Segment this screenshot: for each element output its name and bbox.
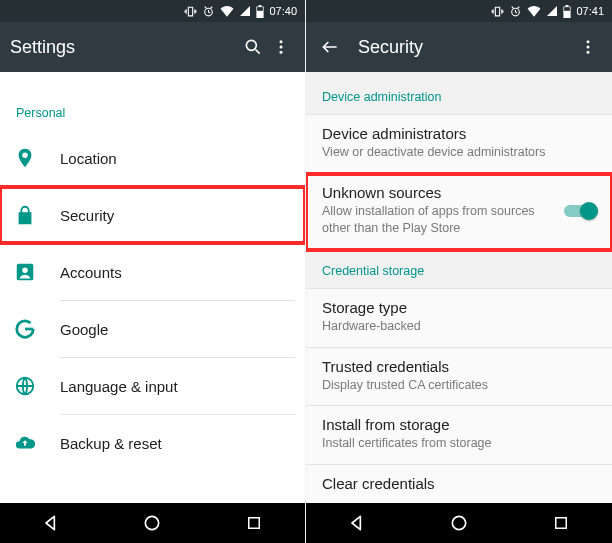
settings-item-language[interactable]: Language & input: [0, 358, 305, 414]
appbar-title: Security: [358, 37, 574, 58]
svg-point-2: [246, 40, 256, 50]
settings-item-label: Location: [60, 150, 291, 167]
appbar-security: Security: [306, 22, 612, 72]
svg-rect-10: [249, 518, 260, 529]
settings-item-accounts[interactable]: Accounts: [0, 244, 305, 300]
svg-point-7: [22, 267, 28, 273]
item-title: Storage type: [322, 299, 596, 316]
battery-icon: [563, 5, 571, 18]
location-icon: [14, 147, 60, 169]
alarm-icon: [202, 5, 215, 18]
item-title: Unknown sources: [322, 184, 552, 201]
security-item-clear-credentials[interactable]: Clear credentials: [306, 465, 612, 503]
search-icon[interactable]: [239, 37, 267, 57]
item-subtitle: Display trusted CA certificates: [322, 377, 596, 394]
settings-item-label: Accounts: [60, 264, 291, 281]
toggle-thumb: [580, 202, 598, 220]
battery-icon: [256, 5, 264, 18]
svg-point-15: [587, 51, 590, 54]
security-item-storage-type[interactable]: Storage type Hardware-backed: [306, 288, 612, 348]
alarm-icon: [509, 5, 522, 18]
phone-security: 07:41 Security Device administration Dev…: [306, 0, 612, 543]
security-item-unknown-sources[interactable]: Unknown sources Allow installation of ap…: [306, 174, 612, 250]
appbar-title: Settings: [10, 37, 239, 58]
settings-item-security[interactable]: Security: [0, 187, 305, 243]
nav-home-icon[interactable]: [434, 503, 484, 543]
wifi-icon: [527, 5, 541, 17]
settings-item-location[interactable]: Location: [0, 130, 305, 186]
vibrate-icon: [491, 5, 504, 18]
nav-back-icon[interactable]: [332, 503, 382, 543]
nav-bar: [306, 503, 612, 543]
settings-item-label: Google: [60, 321, 291, 338]
nav-back-icon[interactable]: [26, 503, 76, 543]
status-bar: 07:40: [0, 0, 305, 22]
google-icon: [14, 318, 60, 340]
svg-point-3: [280, 40, 283, 43]
svg-point-13: [587, 40, 590, 43]
section-personal: Personal: [0, 72, 305, 130]
svg-point-5: [280, 51, 283, 54]
svg-rect-12: [565, 7, 571, 11]
status-time: 07:41: [576, 5, 604, 17]
backup-icon: [14, 432, 60, 454]
item-subtitle: Install certificates from storage: [322, 435, 596, 452]
signal-icon: [546, 5, 558, 17]
settings-item-google[interactable]: Google: [0, 301, 305, 357]
svg-point-16: [452, 516, 465, 529]
status-time: 07:40: [269, 5, 297, 17]
svg-rect-1: [258, 7, 264, 11]
item-title: Trusted credentials: [322, 358, 596, 375]
svg-point-4: [280, 46, 283, 49]
nav-bar: [0, 503, 305, 543]
status-bar: 07:41: [306, 0, 612, 22]
svg-point-9: [146, 516, 159, 529]
overflow-icon[interactable]: [267, 38, 295, 56]
signal-icon: [239, 5, 251, 17]
item-subtitle: Hardware-backed: [322, 318, 596, 335]
wifi-icon: [220, 5, 234, 17]
account-icon: [14, 261, 60, 283]
item-title: Device administrators: [322, 125, 596, 142]
settings-item-label: Backup & reset: [60, 435, 291, 452]
settings-list: Personal Location Security Accounts Goog…: [0, 72, 305, 503]
item-subtitle: View or deactivate device administrators: [322, 144, 596, 161]
settings-item-backup[interactable]: Backup & reset: [0, 415, 305, 471]
svg-point-14: [587, 46, 590, 49]
security-list: Device administration Device administrat…: [306, 72, 612, 503]
item-title: Clear credentials: [322, 475, 596, 492]
nav-recent-icon[interactable]: [229, 503, 279, 543]
item-subtitle: Allow installation of apps from sources …: [322, 203, 552, 237]
section-credential-storage: Credential storage: [306, 250, 612, 288]
nav-home-icon[interactable]: [127, 503, 177, 543]
security-item-install-from-storage[interactable]: Install from storage Install certificate…: [306, 406, 612, 465]
appbar-settings: Settings: [0, 22, 305, 72]
nav-recent-icon[interactable]: [536, 503, 586, 543]
lock-icon: [14, 204, 60, 226]
phone-settings: 07:40 Settings Personal Location Securit…: [0, 0, 306, 543]
back-icon[interactable]: [316, 37, 344, 57]
section-device-admin: Device administration: [306, 72, 612, 114]
globe-icon: [14, 375, 60, 397]
settings-item-label: Security: [60, 207, 291, 224]
svg-rect-17: [556, 518, 567, 529]
unknown-sources-toggle[interactable]: [564, 202, 598, 220]
security-item-device-admins[interactable]: Device administrators View or deactivate…: [306, 114, 612, 174]
security-item-trusted-credentials[interactable]: Trusted credentials Display trusted CA c…: [306, 348, 612, 407]
overflow-icon[interactable]: [574, 38, 602, 56]
settings-item-label: Language & input: [60, 378, 291, 395]
vibrate-icon: [184, 5, 197, 18]
item-title: Install from storage: [322, 416, 596, 433]
